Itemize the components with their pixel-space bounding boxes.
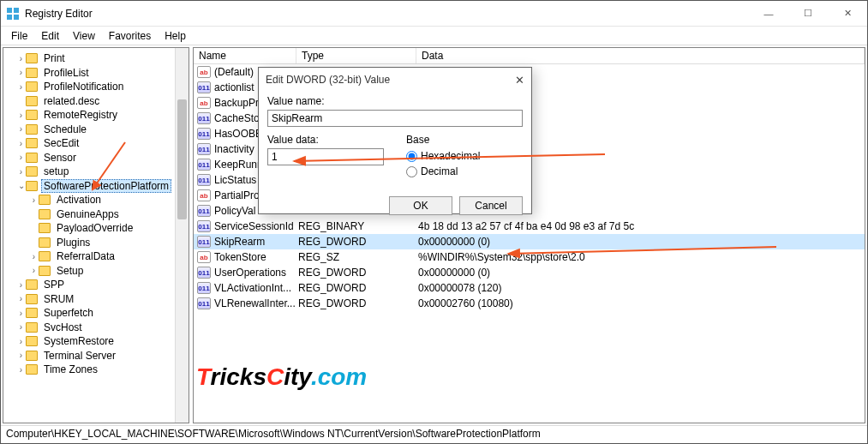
minimize-button[interactable]: — <box>749 1 788 27</box>
base-label: Base <box>406 134 480 146</box>
tree-scrollbar[interactable] <box>175 48 189 423</box>
string-value-icon: ab <box>197 97 211 109</box>
radio-dec-input[interactable] <box>406 166 417 177</box>
dialog-close-icon[interactable]: ✕ <box>515 74 524 87</box>
radio-hex-input[interactable] <box>406 151 417 162</box>
twisty-icon[interactable]: › <box>16 82 26 92</box>
twisty-icon[interactable]: › <box>16 54 26 63</box>
radio-dec[interactable]: Decimal <box>406 164 480 179</box>
value-type: REG_SZ <box>298 251 418 263</box>
twisty-icon[interactable]: ⌄ <box>16 181 26 190</box>
tree-node[interactable]: PayloadOverride <box>3 221 189 236</box>
value-data-input[interactable] <box>267 148 384 165</box>
scrollbar-thumb[interactable] <box>177 99 187 219</box>
list-row[interactable]: abTokenStoreREG_SZ%WINDIR%\System32\spp\… <box>194 249 865 265</box>
tree-node[interactable]: GenuineApps <box>3 207 189 222</box>
svg-rect-2 <box>7 15 12 20</box>
twisty-icon[interactable]: › <box>16 294 26 303</box>
tree-node[interactable]: ›Setup <box>3 264 189 279</box>
tree-node[interactable]: ›Superfetch <box>3 306 189 321</box>
folder-icon <box>26 110 38 120</box>
string-value-icon: ab <box>197 66 211 78</box>
twisty-icon[interactable]: › <box>16 68 26 77</box>
value-name: ServiceSessionId <box>214 220 298 232</box>
twisty-icon[interactable]: › <box>16 309 26 318</box>
twisty-icon[interactable]: › <box>29 195 39 205</box>
ok-button[interactable]: OK <box>389 196 452 215</box>
tree-label: SRUM <box>41 293 76 305</box>
tree-label: ProfileList <box>41 67 92 79</box>
svg-rect-1 <box>14 8 19 13</box>
value-name-input[interactable] <box>267 110 523 127</box>
tree-node[interactable]: ›Terminal Server <box>3 349 189 363</box>
tree-node[interactable]: ⌄SoftwareProtectionPlatform <box>3 179 189 194</box>
dword-value-icon: 011 <box>197 143 211 155</box>
twisty-icon[interactable]: › <box>16 139 26 148</box>
folder-icon <box>26 279 38 290</box>
tree-node[interactable]: ›SPP <box>3 278 189 292</box>
list-row[interactable]: 011ServiceSessionIdREG_BINARY4b 18 dd 13… <box>194 219 865 234</box>
menu-edit[interactable]: Edit <box>36 28 64 44</box>
list-row[interactable]: 011UserOperationsREG_DWORD0x00000000 (0) <box>194 265 865 280</box>
tree-node[interactable]: ›setup <box>3 165 189 179</box>
dialog-title-bar[interactable]: Edit DWORD (32-bit) Value ✕ <box>259 68 531 92</box>
twisty-icon[interactable]: › <box>16 322 26 332</box>
dword-value-icon: 011 <box>197 174 211 186</box>
dialog-title: Edit DWORD (32-bit) Value <box>266 74 390 86</box>
folder-icon <box>39 223 51 233</box>
tree-node[interactable]: ›Sensor <box>3 151 189 165</box>
twisty-icon[interactable]: › <box>16 351 26 360</box>
tree-node[interactable]: Plugins <box>3 236 189 250</box>
list-row[interactable]: 011VLRenewalInter...REG_DWORD0x00002760 … <box>194 296 865 311</box>
col-name[interactable]: Name <box>194 48 296 63</box>
menu-file[interactable]: File <box>6 28 33 44</box>
twisty-icon[interactable]: › <box>16 365 26 375</box>
twisty-icon[interactable]: › <box>16 280 26 290</box>
tree-node[interactable]: ›Activation <box>3 193 189 207</box>
menu-favorites[interactable]: Favorites <box>104 28 156 44</box>
tree-label: Superfetch <box>41 307 96 319</box>
tree-node[interactable]: ›RemoteRegistry <box>3 108 189 123</box>
tree-label: Plugins <box>54 237 93 249</box>
twisty-icon[interactable]: › <box>29 252 39 261</box>
menu-help[interactable]: Help <box>159 28 191 44</box>
twisty-icon[interactable]: › <box>16 111 26 120</box>
menubar: FileEditViewFavoritesHelp <box>1 27 867 45</box>
tree-node[interactable]: ›SystemRestore <box>3 334 189 349</box>
tree-view[interactable]: ›Print›ProfileList›ProfileNotificationre… <box>3 47 189 423</box>
cancel-button[interactable]: Cancel <box>459 196 523 215</box>
twisty-icon[interactable]: › <box>16 124 26 134</box>
tree-node[interactable]: ›SRUM <box>3 292 189 307</box>
close-button[interactable]: ✕ <box>828 1 867 27</box>
tree-node[interactable]: ›SvcHost <box>3 321 189 335</box>
menu-view[interactable]: View <box>68 28 100 44</box>
tree-node[interactable]: ›ProfileNotification <box>3 80 189 94</box>
folder-icon <box>26 96 38 106</box>
folder-icon <box>39 195 51 205</box>
col-type[interactable]: Type <box>296 48 416 63</box>
value-name: SkipRearm <box>214 236 298 248</box>
tree-node[interactable]: ›ProfileList <box>3 66 189 81</box>
twisty-icon[interactable]: › <box>29 266 39 275</box>
list-row[interactable]: 011VLActivationInt...REG_DWORD0x00000078… <box>194 280 865 296</box>
registry-editor-window: Registry Editor — ☐ ✕ FileEditViewFavori… <box>0 0 868 444</box>
tree-node[interactable]: related.desc <box>3 94 189 109</box>
twisty-icon[interactable]: › <box>16 153 26 162</box>
twisty-icon[interactable]: › <box>16 167 26 177</box>
tree-node[interactable]: ›ReferralData <box>3 249 189 264</box>
tree-node[interactable]: ›Time Zones <box>3 363 189 377</box>
tree-node[interactable]: ›Schedule <box>3 123 189 137</box>
maximize-button[interactable]: ☐ <box>788 1 828 27</box>
radio-hex[interactable]: Hexadecimal <box>406 148 480 164</box>
tree-label: GenuineApps <box>54 208 122 220</box>
tree-label: SoftwareProtectionPlatform <box>41 179 171 193</box>
list-row[interactable]: 011SkipRearmREG_DWORD0x00000000 (0) <box>194 234 865 249</box>
col-data[interactable]: Data <box>416 48 865 63</box>
folder-icon <box>39 237 51 248</box>
dword-value-icon: 011 <box>197 267 211 279</box>
value-data: 0x00002760 (10080) <box>418 297 865 309</box>
twisty-icon[interactable]: › <box>16 337 26 346</box>
folder-icon <box>26 336 38 346</box>
tree-node[interactable]: ›SecEdit <box>3 136 189 151</box>
tree-node[interactable]: ›Print <box>3 51 189 66</box>
